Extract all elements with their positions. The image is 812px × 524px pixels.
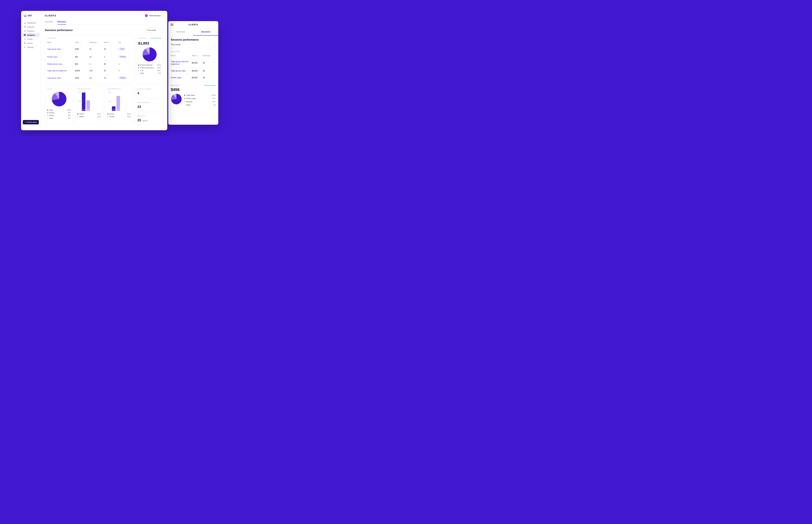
legend-label: Power yoga <box>186 97 196 99</box>
tags-card: TAGS Yoga$328Private$64Pilates$42Other$2… <box>45 86 73 125</box>
column-header[interactable]: Dates ⇅ <box>104 42 117 43</box>
tag-pill[interactable]: Private <box>118 55 127 58</box>
cell-bookings: 14 <box>90 77 103 79</box>
sidebar-item-sessions[interactable]: Sessions <box>22 29 40 33</box>
table-row: Yoga group class$1931412Pilates <box>47 74 132 82</box>
session-dates-button[interactable]: + Session dates <box>23 120 39 125</box>
sidebar-item-settings[interactable]: Settings <box>22 45 40 49</box>
legend-item: Yoga$328 <box>47 109 71 111</box>
tab-overview[interactable]: Overview <box>45 19 53 24</box>
sidebar-item-analytics[interactable]: Analytics <box>22 33 40 37</box>
sidebar-item-label: Clients <box>27 38 33 40</box>
y-tick: $250 <box>107 100 111 102</box>
tab-sessions[interactable]: Sessions <box>58 19 66 24</box>
bar: 77% <box>116 96 120 111</box>
legend-dot <box>138 65 139 66</box>
legend-dot <box>138 73 139 74</box>
sidebar-item-clients[interactable]: Clients <box>22 37 40 41</box>
card-label: REVENUE <box>171 85 180 86</box>
y-tick: 0 <box>107 110 111 111</box>
period-select[interactable]: This month ⌄ <box>171 44 216 48</box>
bar: 33% <box>86 100 90 111</box>
cell-bookings: 32 <box>203 70 213 72</box>
column-header: Name <box>171 54 191 56</box>
session-name-link[interactable]: Yoga group class <box>47 77 74 79</box>
legend-item: 1:1s$267 <box>138 69 161 72</box>
sidebar: vel DashboardCalendarSessionsAnalyticsCl… <box>21 11 41 130</box>
tab-bar: OverviewSessions <box>45 19 163 24</box>
session-name-link[interactable]: Yoga group class <box>171 69 191 72</box>
chevron-down-icon: ⌄ <box>162 15 163 17</box>
section-title: Sessions performance <box>45 29 73 32</box>
legend-value: $267 <box>157 70 161 71</box>
legend-label: Pilates <box>49 115 54 116</box>
legend-label: Group <box>109 113 114 115</box>
legend-item: Online$470 <box>77 113 101 115</box>
column-header[interactable]: Sales ⇅ <box>75 42 88 43</box>
legend-dot <box>107 116 108 117</box>
sidebar-item-layout[interactable]: Layout <box>22 41 40 45</box>
revenue-card: REVENUE ↑ 35% this month $1,893 French G… <box>136 35 163 84</box>
menu-icon[interactable] <box>170 23 174 26</box>
tag-pill[interactable]: Pilates <box>118 76 127 79</box>
group-private-card: GROUP/PRIVATE $500$2500 23%77% Group$134… <box>105 86 133 125</box>
avatar <box>145 14 148 17</box>
tab-sessions[interactable]: Sessions <box>193 28 218 36</box>
section-title: Sessions performance <box>171 38 216 41</box>
legend-dot <box>47 112 48 113</box>
column-header[interactable]: Bookings ⇅ <box>90 42 103 43</box>
session-name-link[interactable]: Yoga group class for beginners <box>171 60 191 65</box>
y-tick: $250 <box>77 100 81 102</box>
stat-sub: ($826) <box>143 120 148 121</box>
cell-bookings: 1 <box>90 63 103 65</box>
legend-value: $470 <box>97 113 101 115</box>
card-label: REFUNDS <box>137 115 161 117</box>
card-label: SESSIONS <box>47 37 132 39</box>
cell-bookings: 32 <box>90 48 103 50</box>
sidebar-item-label: Layout <box>27 42 32 44</box>
table-row: Yoga group class$3,62132 <box>171 67 216 74</box>
chart-icon <box>24 34 26 36</box>
legend-dot <box>184 101 185 102</box>
legend-label: Private <box>109 116 114 118</box>
session-name-link[interactable]: Power yoga <box>171 76 191 79</box>
user-menu[interactable]: Peter Nicolson ⌄ <box>145 14 163 17</box>
video-icon <box>24 30 26 32</box>
cell-sales: $1092 <box>75 70 88 71</box>
column-header: Bookings <box>203 54 213 56</box>
column-header[interactable]: Sales ⇅ <box>192 54 202 56</box>
session-name-link[interactable]: Private class <box>47 56 74 58</box>
sidebar-item-calendar[interactable]: Calendar <box>22 25 40 29</box>
y-tick: $500 <box>77 92 81 93</box>
tag-pill[interactable]: Yoga <box>118 47 126 50</box>
legend-item: Private$470 <box>107 115 131 118</box>
card-label: ONLINE/OFFLINE <box>77 88 101 90</box>
session-name-link[interactable]: Pilates group class <box>47 63 74 65</box>
stat-value: 4 <box>137 92 161 95</box>
brand-logo[interactable]: vel <box>21 14 41 20</box>
tab-overview[interactable]: Overview <box>168 28 193 36</box>
legend-label: Online <box>79 113 84 115</box>
stat-value: 23 <box>137 118 141 122</box>
fab-label: Session dates <box>27 121 37 123</box>
chevron-down-icon: ⌄ <box>160 29 161 31</box>
legend-dot <box>184 95 185 96</box>
cell-dates: 45 <box>104 63 117 65</box>
table-row: Private class$32121Private <box>47 53 132 61</box>
session-name-link[interactable]: Yoga class for beginners <box>47 70 74 71</box>
legend-label: French Grammar A... <box>140 67 155 69</box>
tags-pie-chart <box>51 92 67 107</box>
sort-icon: ⇅ <box>97 42 98 43</box>
sidebar-item-dashboard[interactable]: Dashboard <box>22 21 40 25</box>
table-row: Pilates group class$20145— <box>47 61 132 67</box>
cell-bookings: 32 <box>203 62 213 64</box>
period-select[interactable]: This month ⌄ <box>145 28 163 33</box>
legend-item: Yoga class$328 <box>184 94 216 97</box>
session-name-link[interactable]: Yoga group class <box>47 48 74 50</box>
cell-bookings: 12 <box>90 56 103 58</box>
card-label: GROUP/PRIVATE <box>107 88 131 90</box>
legend-label: French Grammar <box>140 64 152 66</box>
revenue-pie-chart <box>171 94 182 104</box>
y-tick: 0 <box>77 110 81 111</box>
legend-label: Other <box>140 72 144 74</box>
